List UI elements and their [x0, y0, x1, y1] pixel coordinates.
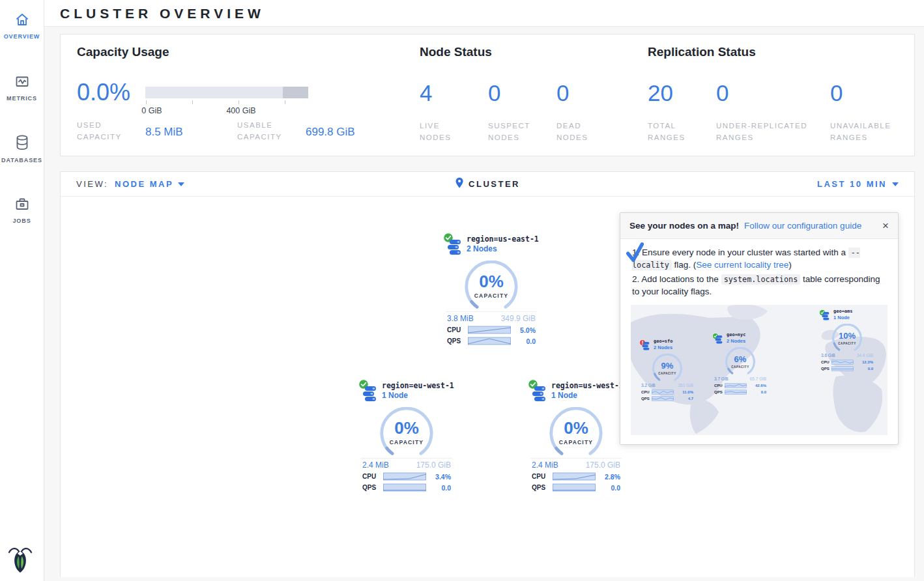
capacity-tick [238, 100, 239, 104]
sidebar-item-jobs[interactable]: JOBS [0, 192, 44, 228]
qps-label: QPS [447, 337, 468, 345]
locality-stack-icon [447, 239, 463, 259]
qps-row: QPS 0.0 [446, 337, 537, 345]
mini-capacity-label: CAPACITY [830, 342, 865, 346]
qps-sparkline [468, 337, 511, 345]
mini-capacity-gauge: 6% CAPACITY [723, 347, 758, 377]
cockroachdb-logo [7, 545, 34, 576]
step-done-check-icon [624, 242, 646, 268]
configuration-guide-link[interactable]: Follow our configuration guide [744, 221, 861, 231]
live-nodes-label: LIVE NODES [420, 120, 472, 144]
mini-qps-label: QPS [641, 396, 652, 401]
step-text: flag. ( [672, 260, 697, 270]
databases-icon [14, 134, 30, 154]
mini-qps-value: 0.0 [761, 390, 766, 395]
mini-qps-sparkline [725, 390, 747, 395]
cpu-value: 2.8% [605, 473, 620, 481]
qps-value: 0.0 [611, 484, 620, 492]
time-range-dropdown[interactable]: LAST 10 MIN [817, 179, 899, 189]
cpu-sparkline [468, 326, 511, 334]
gauge-percent: 0% [375, 418, 438, 438]
map-toolbar: VIEW: NODE MAP CLUSTER LAST 10 MIN [61, 172, 914, 197]
locality-stack-icon [822, 311, 830, 325]
jobs-icon [14, 196, 30, 214]
locality-tree-link[interactable]: See current locality tree [696, 260, 788, 270]
node-card-us-east-1[interactable]: region=us-east-1 2 Nodes 0% CAPACITY [446, 234, 537, 345]
mini-gauge-percent: 6% [723, 354, 758, 365]
capacity-gauge: 0% CAPACITY [545, 407, 607, 461]
mini-qps-label: QPS [821, 366, 831, 371]
mini-cpu-row: CPU 12.3% [821, 360, 873, 365]
cpu-sparkline [553, 472, 596, 481]
node-map-setup-popup: See your nodes on a map! Follow our conf… [620, 212, 899, 445]
locality-stack-icon [532, 386, 547, 405]
mini-gauge-percent: 9% [650, 360, 685, 372]
mini-gauge-percent: 10% [830, 330, 865, 342]
cpu-label: CPU [532, 473, 553, 480]
node-status-title: Node Status [420, 45, 492, 59]
under-replicated-label: UNDER-REPLICATED RANGES [716, 120, 827, 144]
qps-value: 0.0 [526, 337, 536, 345]
cpu-row: CPU 5.0% [446, 326, 537, 334]
usable-capacity-value: 699.8 GiB [306, 126, 355, 139]
view-dropdown[interactable]: NODE MAP [115, 179, 184, 189]
mini-region-label: geo=nyc [727, 332, 766, 339]
under-replicated-count: 0 [716, 80, 729, 106]
setup-step-1: 1. Ensure every node in your cluster was… [631, 247, 888, 272]
capacity-gauge: 0% CAPACITY [460, 261, 523, 314]
unavailable-ranges-count: 0 [830, 80, 843, 106]
capacity-bar [145, 87, 308, 98]
mini-node-count: 2 Nodes [727, 338, 766, 345]
sidebar-item-databases[interactable]: DATABASES [0, 130, 44, 167]
mini-node-geo-sfo: geo=sfo 2 Nodes 9% [641, 339, 693, 402]
suspect-nodes-label: SUSPECT NODES [488, 120, 540, 144]
node-card-eu-west-1[interactable]: region=eu-west-1 1 Node 0% CAPACITY [361, 381, 452, 492]
mini-capacity-label: CAPACITY [723, 365, 758, 369]
step-number: 2. [632, 274, 639, 284]
mini-cpu-value: 12.3% [862, 360, 873, 365]
sidebar: OVERVIEW METRICS DATABASES [0, 0, 44, 581]
locality-stack-icon [715, 335, 723, 348]
node-card-header: region=eu-west-1 1 Node [361, 381, 452, 406]
node-count-link[interactable]: 2 Nodes [467, 244, 537, 253]
gauge-percent: 0% [545, 418, 607, 438]
capacity-tick [192, 100, 193, 104]
node-card-header: region=us-west-1 1 Node [530, 381, 622, 406]
mini-cpu-label: CPU [641, 390, 652, 395]
suspect-nodes-count: 0 [488, 80, 500, 106]
qps-value: 0.0 [441, 484, 451, 492]
close-icon[interactable]: × [882, 220, 889, 231]
cpu-label: CPU [362, 473, 383, 480]
node-count-link[interactable]: 1 Node [382, 391, 452, 400]
locality-stack-icon [362, 386, 378, 405]
unavailable-ranges-label: UNAVAILABLE RANGES [830, 120, 908, 144]
mini-cpu-row: CPU 11.0% [641, 390, 693, 395]
capacity-usage-title: Capacity Usage [77, 45, 169, 59]
sidebar-item-overview[interactable]: OVERVIEW [0, 8, 44, 44]
mini-cpu-row: CPU 42.6% [714, 383, 766, 388]
main-content: CLUSTER OVERVIEW Capacity Usage 0.0% 0 G… [44, 0, 924, 581]
qps-sparkline [383, 483, 426, 492]
sidebar-item-metrics[interactable]: METRICS [0, 70, 44, 106]
node-region-label: region=eu-west-1 [382, 381, 452, 390]
node-card-us-west-1[interactable]: region=us-west-1 1 Node 0% CAPACITY [530, 381, 622, 492]
mini-node-count: 2 Nodes [654, 345, 693, 352]
gauge-capacity-label: CAPACITY [460, 292, 523, 299]
example-map-image: geo=sfo 2 Nodes 9% [631, 305, 888, 435]
sidebar-item-label: METRICS [7, 95, 37, 102]
mini-qps-value: 0.0 [868, 366, 873, 371]
cpu-value: 3.4% [435, 473, 451, 481]
step-text: Add locations to the [641, 274, 721, 284]
cpu-label: CPU [447, 326, 468, 333]
gauge-percent: 0% [460, 272, 523, 292]
mini-node-count: 1 Node [833, 315, 873, 322]
total-value: 175.0 GiB [416, 461, 451, 470]
node-region-label: region=us-east-1 [467, 234, 537, 244]
node-count-link[interactable]: 1 Node [551, 391, 622, 400]
breadcrumb[interactable]: CLUSTER [455, 177, 520, 191]
gauge-capacity-label: CAPACITY [375, 439, 438, 446]
chevron-down-icon [892, 182, 899, 186]
cluster-overview-page: OVERVIEW METRICS DATABASES [0, 0, 924, 581]
mini-cpu-value: 11.0% [682, 390, 693, 395]
breadcrumb-label: CLUSTER [469, 179, 520, 189]
